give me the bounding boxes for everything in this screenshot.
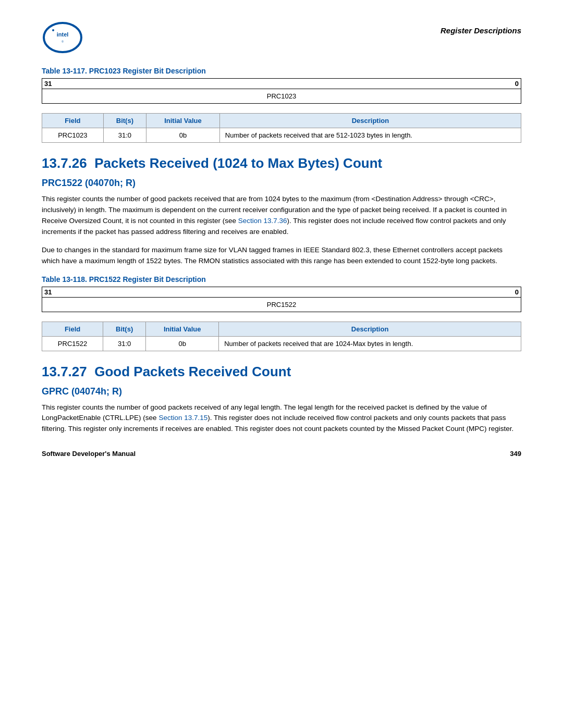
page: intel ® Register Descriptions Table 13-1… xyxy=(0,0,563,473)
prc1023-cell: PRC1023 xyxy=(42,89,521,103)
description-value-118: Number of packets received that are 1024… xyxy=(219,336,521,351)
header-title: Register Descriptions xyxy=(440,26,521,35)
col-description-118: Description xyxy=(219,322,521,336)
footer-left: Software Developer's Manual xyxy=(42,450,136,458)
intel-logo: intel ® xyxy=(42,21,83,56)
table117: Field Bit(s) Initial Value Description P… xyxy=(42,113,521,143)
table118-title: Table 13-118. PRC1522 Register Bit Descr… xyxy=(42,275,521,283)
col-bits: Bit(s) xyxy=(103,114,146,128)
svg-text:®: ® xyxy=(62,40,64,43)
table-row: PRC1023 31:0 0b Number of packets receiv… xyxy=(42,128,521,143)
footer-right: 349 xyxy=(510,450,521,458)
col-initial-118: Initial Value xyxy=(146,322,219,336)
table117-title: Table 13-117. PRC1023 Register Bit Descr… xyxy=(42,67,521,75)
col-field-118: Field xyxy=(42,322,103,336)
bit-low-118: 0 xyxy=(515,288,519,296)
gprc-heading: GPRC (04074h; R) xyxy=(42,386,521,397)
section1327-para: This register counts the number of good … xyxy=(42,402,521,435)
prc1522-heading: PRC1522 (04070h; R) xyxy=(42,178,521,189)
section1327-link[interactable]: Section 13.7.15 xyxy=(158,414,207,422)
bit-diagram-header-118: 31 0 xyxy=(42,287,521,297)
bit-high: 31 xyxy=(44,80,52,88)
initial-value: 0b xyxy=(146,128,220,143)
bit-high-118: 31 xyxy=(44,288,52,296)
field-value: PRC1023 xyxy=(42,128,104,143)
table-row-118: PRC1522 31:0 0b Number of packets receiv… xyxy=(42,336,521,351)
prc1522-cell: PRC1522 xyxy=(42,297,521,312)
prc1522-bit-diagram: 31 0 PRC1522 xyxy=(42,287,521,312)
bits-value-118: 31:0 xyxy=(103,336,146,351)
svg-text:intel: intel xyxy=(57,31,69,38)
section1326-link[interactable]: Section 13.7.36 xyxy=(238,217,287,225)
col-description: Description xyxy=(219,114,521,128)
col-field: Field xyxy=(42,114,104,128)
table118: Field Bit(s) Initial Value Description P… xyxy=(42,322,521,351)
svg-point-2 xyxy=(52,29,54,31)
field-value-118: PRC1522 xyxy=(42,336,103,351)
section1327-heading: 13.7.27 Good Packets Received Count xyxy=(42,364,521,380)
svg-point-0 xyxy=(44,23,81,52)
section1326-para1: This register counts the number of good … xyxy=(42,194,521,238)
bit-low: 0 xyxy=(515,80,519,88)
section1326-heading: 13.7.26 Packets Received (1024 to Max By… xyxy=(42,155,521,171)
page-header: intel ® Register Descriptions xyxy=(42,21,521,56)
initial-value-118: 0b xyxy=(146,336,219,351)
col-initial: Initial Value xyxy=(146,114,220,128)
description-value: Number of packets received that are 512-… xyxy=(219,128,521,143)
bit-diagram-header: 31 0 xyxy=(42,79,521,89)
section1326-para2: Due to changes in the standard for maxim… xyxy=(42,245,521,267)
col-bits-118: Bit(s) xyxy=(103,322,146,336)
bits-value: 31:0 xyxy=(103,128,146,143)
page-footer: Software Developer's Manual 349 xyxy=(42,450,521,458)
prc1023-bit-diagram: 31 0 PRC1023 xyxy=(42,78,521,104)
